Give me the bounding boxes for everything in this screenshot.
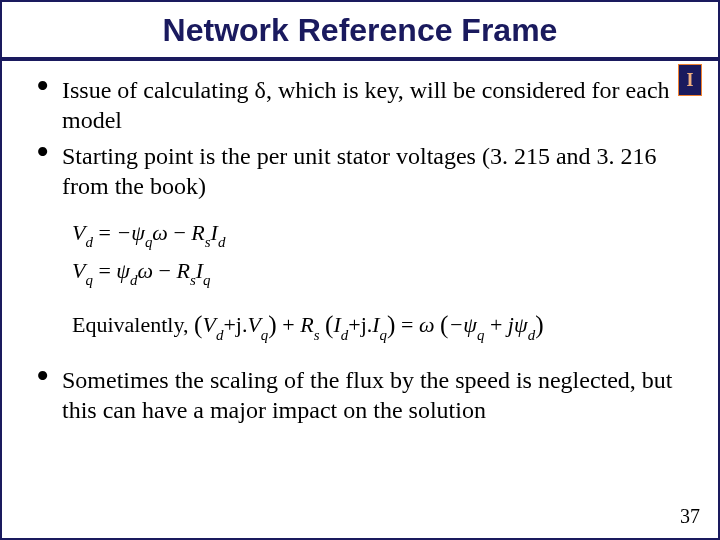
sym: −ψ [448, 312, 477, 337]
sub: d [218, 234, 225, 250]
paren: ( [440, 310, 448, 338]
op: = [401, 312, 413, 337]
bullet-item: Sometimes the scaling of the flux by the… [40, 365, 684, 425]
sub: s [190, 272, 196, 288]
sub: q [145, 234, 152, 250]
page-number: 37 [680, 505, 700, 528]
sym: I [211, 220, 218, 245]
sub: q [203, 272, 210, 288]
paren: ( [325, 310, 333, 338]
paren: ) [535, 310, 543, 338]
sym: R [176, 258, 189, 283]
sub: d [130, 272, 137, 288]
sym: I [196, 258, 203, 283]
bullet-item: Issue of calculating δ, which is key, wi… [40, 75, 684, 135]
sym: I [333, 312, 340, 337]
sym: ω [419, 312, 435, 337]
op: +j. [348, 312, 372, 337]
op: +j. [223, 312, 247, 337]
sub: d [85, 234, 92, 250]
equation-vd: Vd = −ψqω − RsId [72, 215, 718, 253]
bullet-item: Starting point is the per unit stator vo… [40, 141, 684, 201]
sym: V [202, 312, 215, 337]
sym: V [247, 312, 260, 337]
eq: = [98, 220, 116, 245]
sub: d [528, 327, 535, 343]
paren: ) [268, 310, 276, 338]
bullet-list-top: Issue of calculating δ, which is key, wi… [2, 75, 718, 201]
sub: d [341, 327, 348, 343]
label: Equivalently, [72, 312, 194, 337]
equation-equiv: Equivalently, (Vd+j.Vq) + Rs (Id+j.Iq) =… [72, 303, 718, 345]
op: + [490, 312, 508, 337]
equation-block: Vd = −ψqω − RsId Vq = ψdω − RsIq Equival… [72, 215, 718, 345]
sym: ω [138, 258, 154, 283]
sym: R [191, 220, 204, 245]
logo-letter: I [686, 70, 693, 91]
sym: −ψ [116, 220, 145, 245]
sym: R [300, 312, 313, 337]
page-title: Network Reference Frame [2, 12, 718, 49]
op: − [159, 258, 177, 283]
sub: q [85, 272, 92, 288]
bullet-list-bottom: Sometimes the scaling of the flux by the… [2, 365, 718, 425]
paren: ( [194, 310, 202, 338]
sym: V [72, 258, 85, 283]
sub: s [314, 327, 320, 343]
sym: ω [152, 220, 168, 245]
equation-vq: Vq = ψdω − RsIq [72, 253, 718, 291]
sub: d [216, 327, 223, 343]
slide: Network Reference Frame I Issue of calcu… [0, 0, 720, 540]
sub: q [380, 327, 387, 343]
sym: I [372, 312, 379, 337]
op: + [282, 312, 300, 337]
sym: V [72, 220, 85, 245]
sym: ψ [514, 312, 528, 337]
title-rule [2, 57, 718, 61]
op: − [173, 220, 191, 245]
paren: ) [387, 310, 395, 338]
eq: = [98, 258, 116, 283]
sub: s [205, 234, 211, 250]
sym: ψ [116, 258, 130, 283]
sub: q [477, 327, 484, 343]
